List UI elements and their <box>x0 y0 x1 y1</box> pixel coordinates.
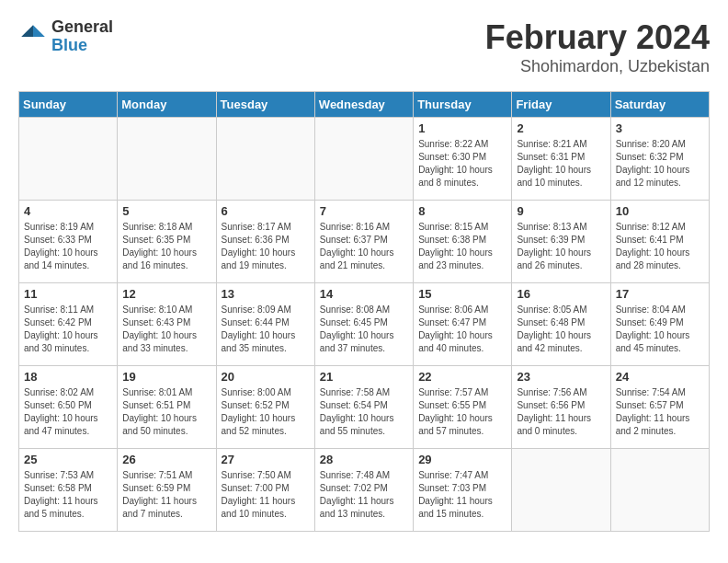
calendar-cell: 23Sunrise: 7:56 AM Sunset: 6:56 PM Dayli… <box>512 366 610 449</box>
calendar-cell: 19Sunrise: 8:01 AM Sunset: 6:51 PM Dayli… <box>118 366 216 449</box>
day-info: Sunrise: 7:47 AM Sunset: 7:03 PM Dayligh… <box>418 469 506 521</box>
header-saturday: Saturday <box>610 92 709 118</box>
day-number: 28 <box>320 453 408 466</box>
header-tuesday: Tuesday <box>216 92 314 118</box>
logo: General Blue <box>18 18 113 55</box>
calendar-cell: 9Sunrise: 8:13 AM Sunset: 6:39 PM Daylig… <box>512 201 610 283</box>
day-info: Sunrise: 7:58 AM Sunset: 6:54 PM Dayligh… <box>320 386 408 438</box>
day-number: 21 <box>320 370 408 384</box>
day-number: 26 <box>122 453 210 466</box>
logo-icon <box>18 22 48 52</box>
calendar-cell <box>19 118 118 201</box>
day-number: 12 <box>122 287 210 301</box>
day-number: 23 <box>517 370 605 384</box>
calendar-cell: 11Sunrise: 8:11 AM Sunset: 6:42 PM Dayli… <box>19 283 118 366</box>
calendar-cell: 25Sunrise: 7:53 AM Sunset: 6:58 PM Dayli… <box>19 449 118 532</box>
day-number: 6 <box>222 204 310 218</box>
calendar-cell: 2Sunrise: 8:21 AM Sunset: 6:31 PM Daylig… <box>512 118 610 201</box>
calendar-cell: 20Sunrise: 8:00 AM Sunset: 6:52 PM Dayli… <box>216 366 314 449</box>
calendar-cell: 5Sunrise: 8:18 AM Sunset: 6:35 PM Daylig… <box>118 201 216 283</box>
calendar-table: SundayMondayTuesdayWednesdayThursdayFrid… <box>18 91 710 532</box>
calendar-cell <box>216 118 314 201</box>
calendar-cell: 12Sunrise: 8:10 AM Sunset: 6:43 PM Dayli… <box>118 283 216 366</box>
day-info: Sunrise: 8:15 AM Sunset: 6:38 PM Dayligh… <box>418 221 506 272</box>
day-number: 3 <box>616 121 704 135</box>
calendar-cell <box>512 449 610 532</box>
week-row-4: 18Sunrise: 8:02 AM Sunset: 6:50 PM Dayli… <box>19 366 710 449</box>
page-header: General Blue February 2024 Shohimardon, … <box>18 18 710 76</box>
day-number: 15 <box>418 287 506 301</box>
day-number: 18 <box>24 370 112 384</box>
day-info: Sunrise: 8:20 AM Sunset: 6:32 PM Dayligh… <box>616 138 704 190</box>
header-thursday: Thursday <box>414 92 512 118</box>
calendar-cell: 1Sunrise: 8:22 AM Sunset: 6:30 PM Daylig… <box>414 118 512 201</box>
day-info: Sunrise: 8:22 AM Sunset: 6:30 PM Dayligh… <box>418 138 506 190</box>
logo-text: General Blue <box>51 18 113 55</box>
header-wednesday: Wednesday <box>314 92 413 118</box>
day-number: 5 <box>122 204 210 218</box>
day-info: Sunrise: 8:10 AM Sunset: 6:43 PM Dayligh… <box>122 304 210 355</box>
calendar-cell <box>118 118 216 201</box>
svg-marker-0 <box>33 25 45 37</box>
calendar-cell: 4Sunrise: 8:19 AM Sunset: 6:33 PM Daylig… <box>19 201 118 283</box>
day-info: Sunrise: 8:21 AM Sunset: 6:31 PM Dayligh… <box>517 138 605 190</box>
calendar-cell: 24Sunrise: 7:54 AM Sunset: 6:57 PM Dayli… <box>610 366 709 449</box>
calendar-cell: 8Sunrise: 8:15 AM Sunset: 6:38 PM Daylig… <box>414 201 512 283</box>
calendar-cell: 17Sunrise: 8:04 AM Sunset: 6:49 PM Dayli… <box>610 283 709 366</box>
day-number: 24 <box>616 370 704 384</box>
title-section: February 2024 Shohimardon, Uzbekistan <box>485 18 710 76</box>
day-number: 11 <box>24 287 112 301</box>
day-number: 27 <box>222 453 310 466</box>
day-info: Sunrise: 8:00 AM Sunset: 6:52 PM Dayligh… <box>222 386 310 438</box>
calendar-cell: 27Sunrise: 7:50 AM Sunset: 7:00 PM Dayli… <box>216 449 314 532</box>
calendar-cell: 16Sunrise: 8:05 AM Sunset: 6:48 PM Dayli… <box>512 283 610 366</box>
day-number: 22 <box>418 370 506 384</box>
day-info: Sunrise: 8:18 AM Sunset: 6:35 PM Dayligh… <box>122 221 210 272</box>
day-info: Sunrise: 8:05 AM Sunset: 6:48 PM Dayligh… <box>517 304 605 355</box>
week-row-2: 4Sunrise: 8:19 AM Sunset: 6:33 PM Daylig… <box>19 201 710 283</box>
day-info: Sunrise: 7:53 AM Sunset: 6:58 PM Dayligh… <box>24 469 112 521</box>
day-number: 10 <box>616 204 704 218</box>
day-info: Sunrise: 7:54 AM Sunset: 6:57 PM Dayligh… <box>616 386 704 438</box>
day-number: 7 <box>320 204 408 218</box>
day-info: Sunrise: 8:11 AM Sunset: 6:42 PM Dayligh… <box>24 304 112 355</box>
calendar-cell <box>610 449 709 532</box>
day-number: 4 <box>24 204 112 218</box>
day-info: Sunrise: 8:01 AM Sunset: 6:51 PM Dayligh… <box>122 386 210 438</box>
calendar-cell: 7Sunrise: 8:16 AM Sunset: 6:37 PM Daylig… <box>314 201 413 283</box>
header-sunday: Sunday <box>19 92 118 118</box>
day-info: Sunrise: 7:48 AM Sunset: 7:02 PM Dayligh… <box>320 469 408 521</box>
day-number: 16 <box>517 287 605 301</box>
header-friday: Friday <box>512 92 610 118</box>
calendar-cell: 26Sunrise: 7:51 AM Sunset: 6:59 PM Dayli… <box>118 449 216 532</box>
day-info: Sunrise: 8:16 AM Sunset: 6:37 PM Dayligh… <box>320 221 408 272</box>
day-info: Sunrise: 7:50 AM Sunset: 7:00 PM Dayligh… <box>222 469 310 521</box>
header-monday: Monday <box>118 92 216 118</box>
day-number: 29 <box>418 453 506 466</box>
svg-marker-1 <box>21 25 33 37</box>
day-info: Sunrise: 8:02 AM Sunset: 6:50 PM Dayligh… <box>24 386 112 438</box>
day-info: Sunrise: 7:56 AM Sunset: 6:56 PM Dayligh… <box>517 386 605 438</box>
calendar-cell: 29Sunrise: 7:47 AM Sunset: 7:03 PM Dayli… <box>414 449 512 532</box>
calendar-cell: 3Sunrise: 8:20 AM Sunset: 6:32 PM Daylig… <box>610 118 709 201</box>
day-info: Sunrise: 7:51 AM Sunset: 6:59 PM Dayligh… <box>122 469 210 521</box>
month-title: February 2024 <box>485 18 710 57</box>
calendar-header-row: SundayMondayTuesdayWednesdayThursdayFrid… <box>19 92 710 118</box>
week-row-5: 25Sunrise: 7:53 AM Sunset: 6:58 PM Dayli… <box>19 449 710 532</box>
calendar-cell: 13Sunrise: 8:09 AM Sunset: 6:44 PM Dayli… <box>216 283 314 366</box>
day-info: Sunrise: 8:04 AM Sunset: 6:49 PM Dayligh… <box>616 304 704 355</box>
day-number: 13 <box>222 287 310 301</box>
day-info: Sunrise: 8:06 AM Sunset: 6:47 PM Dayligh… <box>418 304 506 355</box>
day-number: 14 <box>320 287 408 301</box>
calendar-cell: 22Sunrise: 7:57 AM Sunset: 6:55 PM Dayli… <box>414 366 512 449</box>
calendar-cell <box>314 118 413 201</box>
day-info: Sunrise: 8:08 AM Sunset: 6:45 PM Dayligh… <box>320 304 408 355</box>
day-number: 8 <box>418 204 506 218</box>
day-number: 20 <box>222 370 310 384</box>
calendar-cell: 14Sunrise: 8:08 AM Sunset: 6:45 PM Dayli… <box>314 283 413 366</box>
day-number: 17 <box>616 287 704 301</box>
day-number: 25 <box>24 453 112 466</box>
calendar-cell: 10Sunrise: 8:12 AM Sunset: 6:41 PM Dayli… <box>610 201 709 283</box>
calendar-cell: 15Sunrise: 8:06 AM Sunset: 6:47 PM Dayli… <box>414 283 512 366</box>
day-info: Sunrise: 8:13 AM Sunset: 6:39 PM Dayligh… <box>517 221 605 272</box>
